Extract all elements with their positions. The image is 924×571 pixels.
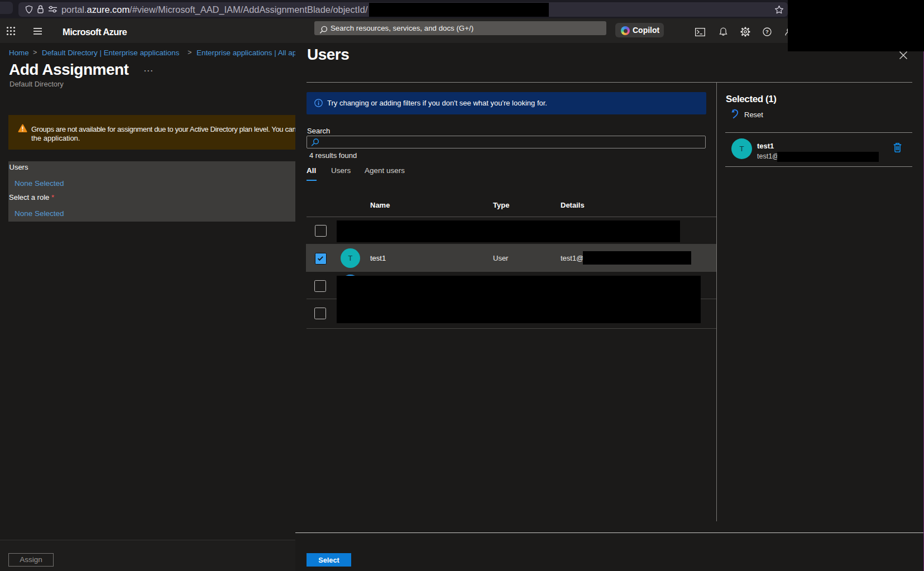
svg-text:?: ? bbox=[765, 28, 769, 35]
